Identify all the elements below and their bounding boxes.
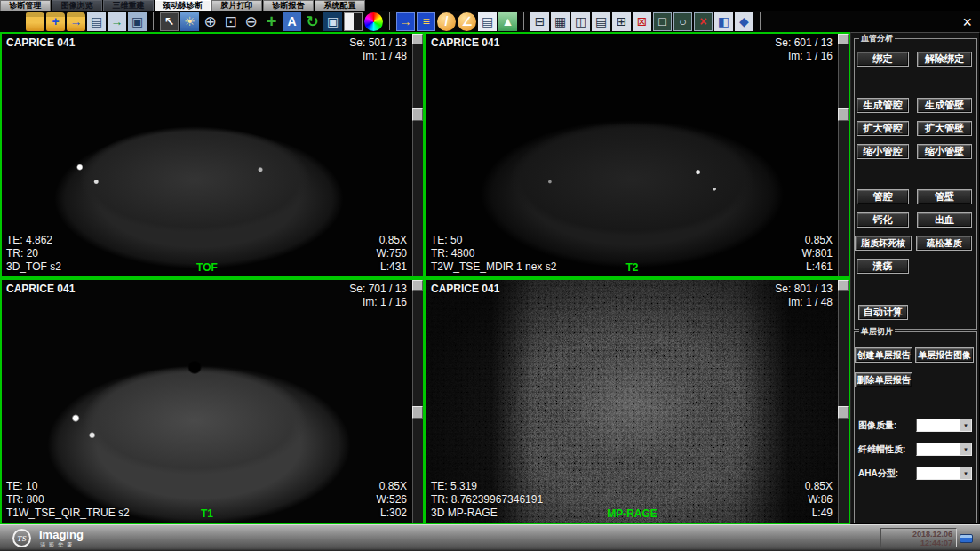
cine-import-icon[interactable]: → [396, 12, 415, 31]
series-number: Se: 701 / 13 [349, 283, 407, 296]
scrollbar-thumb[interactable] [838, 108, 849, 121]
layout-single-icon[interactable]: ⊟ [530, 12, 549, 31]
zoom-region-icon[interactable]: ⊡ [221, 12, 240, 31]
zoom-out-icon[interactable]: ⊖ [242, 12, 260, 31]
image-quality-select[interactable] [916, 419, 972, 432]
tab-carotid-diagnosis[interactable]: 颈动脉诊断 [155, 0, 211, 11]
scrollbar-thumb[interactable] [412, 108, 423, 121]
close-icon[interactable]: × [962, 15, 972, 29]
viewport-scrollbar[interactable] [412, 280, 423, 523]
viewport-mprage[interactable]: CAPRICE 041 Se: 801 / 13 Im: 1 / 48 TE: … [425, 278, 850, 524]
angle-icon[interactable]: ∠ [458, 12, 476, 31]
loose-matrix-button[interactable]: 疏松基质 [916, 236, 972, 251]
expand-lumen-button[interactable]: 扩大管腔 [857, 121, 909, 136]
dropdown-arrow-icon[interactable] [960, 443, 971, 455]
scrollbar-button[interactable] [838, 280, 849, 291]
layout-2x2-icon[interactable]: ⊞ [612, 12, 631, 31]
calcification-button[interactable]: 钙化 [857, 212, 909, 228]
open-folder-add-icon[interactable]: + [46, 12, 65, 31]
open-folder-icon[interactable] [26, 12, 44, 31]
shrink-lumen-button[interactable]: 缩小管腔 [857, 144, 909, 159]
series-info: Se: 601 / 13 Im: 1 / 16 [775, 36, 833, 63]
browse-list-icon[interactable]: ▤ [87, 12, 106, 31]
fibrous-cap-select[interactable] [916, 443, 972, 456]
scrollbar-button[interactable] [412, 34, 423, 44]
layout-delete-icon[interactable]: ⊠ [633, 12, 651, 31]
measure-icon[interactable]: / [437, 12, 456, 31]
tab-diagnosis-management[interactable]: 诊断管理 [0, 0, 51, 11]
create-slice-report-button[interactable]: 创建单层报告 [855, 347, 912, 363]
pointer-icon[interactable]: ↖ [160, 12, 179, 31]
layout-2row-icon[interactable]: ▤ [592, 12, 610, 31]
te-value: TE: 5.319 [431, 480, 543, 493]
auto-calculate-button[interactable]: 自动计算 [858, 305, 908, 320]
viewport-scrollbar[interactable] [838, 280, 849, 523]
window-value: W:86 [805, 493, 833, 507]
sequence-label: MP-RAGE [426, 507, 838, 520]
tab-diagnosis-report[interactable]: 诊断报告 [263, 0, 314, 11]
save-image-icon[interactable]: ▲ [498, 12, 517, 31]
expand-wall-button[interactable]: 扩大管壁 [917, 121, 972, 136]
fit-screen-icon[interactable]: ▣ [323, 12, 342, 31]
viewport-tof[interactable]: CAPRICE 041 Se: 501 / 13 Im: 1 / 48 TE: … [0, 32, 425, 278]
delete-slice-report-button[interactable]: 删除单层报告 [855, 372, 912, 387]
archive-icon[interactable]: ▣ [128, 12, 147, 31]
palette-icon[interactable] [364, 12, 383, 31]
datetime-display: 2018.12.06 12:44:07 [880, 528, 957, 547]
aha-type-value [917, 467, 960, 479]
layout-2col-icon[interactable]: ◫ [571, 12, 590, 31]
unbind-button[interactable]: 解除绑定 [917, 52, 972, 67]
image-number: Im: 1 / 48 [775, 296, 833, 309]
export-send-icon[interactable]: → [108, 12, 126, 31]
series-info: Se: 801 / 13 Im: 1 / 48 [775, 283, 833, 309]
fibrous-cap-label: 纤维帽性质: [858, 443, 905, 456]
annotation-icon[interactable]: A [283, 12, 301, 31]
shrink-wall-button[interactable]: 缩小管壁 [917, 144, 972, 159]
main-menu-bar: 诊断管理 图像浏览 三维重建 颈动脉诊断 胶片打印 诊断报告 系统配置 [0, 0, 980, 11]
viewport-scrollbar[interactable] [838, 34, 849, 276]
tr-value: TR: 4800 [431, 247, 556, 260]
patient-id: CAPRICE 041 [6, 36, 75, 50]
scrollbar-button[interactable] [838, 34, 849, 44]
ulcer-button[interactable]: 溃疡 [857, 259, 909, 274]
roi-ellipse-icon[interactable]: ○ [673, 12, 692, 31]
zoom-in-icon[interactable]: ⊕ [201, 12, 219, 31]
dropdown-arrow-icon[interactable] [960, 419, 971, 431]
series-info: Se: 501 / 13 Im: 1 / 48 [349, 36, 407, 63]
refresh-icon[interactable]: ↻ [303, 12, 322, 31]
slice-report-image-button[interactable]: 单层报告图像 [915, 347, 974, 363]
tab-image-browse[interactable]: 图像浏览 [52, 0, 102, 11]
create-wall-button[interactable]: 生成管壁 [917, 98, 972, 113]
tab-system-config[interactable]: 系统配置 [315, 0, 365, 11]
scrollbar-thumb[interactable] [838, 406, 849, 419]
wall-button[interactable]: 管壁 [917, 189, 972, 204]
viewport-t1[interactable]: CAPRICE 041 Se: 701 / 13 Im: 1 / 16 TE: … [0, 278, 425, 524]
bind-button[interactable]: 绑定 [857, 52, 909, 67]
window-level-icon[interactable]: ☀ [180, 12, 199, 31]
scrollbar-button[interactable] [412, 280, 423, 291]
roi-delete-icon[interactable]: × [694, 12, 713, 31]
tab-3d-reconstruction[interactable]: 三维重建 [103, 0, 154, 11]
window-value: W:526 [377, 493, 407, 507]
create-lumen-button[interactable]: 生成管腔 [857, 98, 909, 113]
capture-icon[interactable]: ◆ [735, 12, 753, 31]
aha-type-select[interactable] [916, 467, 972, 480]
pan-icon[interactable]: + [262, 12, 281, 31]
window-value: W:801 [802, 247, 833, 260]
patient-id: CAPRICE 041 [431, 283, 499, 296]
invert-icon[interactable] [344, 12, 363, 31]
viewport-scrollbar[interactable] [412, 34, 423, 276]
hemorrhage-button[interactable]: 出血 [917, 212, 972, 228]
film-compose-icon[interactable]: ≡ [417, 12, 435, 31]
compare-icon[interactable]: ◧ [714, 12, 733, 31]
open-folder-import-icon[interactable]: → [67, 12, 85, 31]
lumen-button[interactable]: 管腔 [857, 189, 909, 204]
layout-edit-icon[interactable]: ▦ [551, 12, 570, 31]
viewport-t2[interactable]: CAPRICE 041 Se: 601 / 13 Im: 1 / 16 TE: … [425, 32, 850, 278]
scrollbar-thumb[interactable] [412, 406, 423, 419]
tab-film-print[interactable]: 胶片打印 [211, 0, 262, 11]
lipid-necrotic-core-button[interactable]: 脂质坏死核 [855, 236, 912, 251]
roi-rect-icon[interactable]: □ [653, 12, 672, 31]
dropdown-arrow-icon[interactable] [960, 467, 971, 479]
report-copy-icon[interactable]: ▤ [478, 12, 497, 31]
